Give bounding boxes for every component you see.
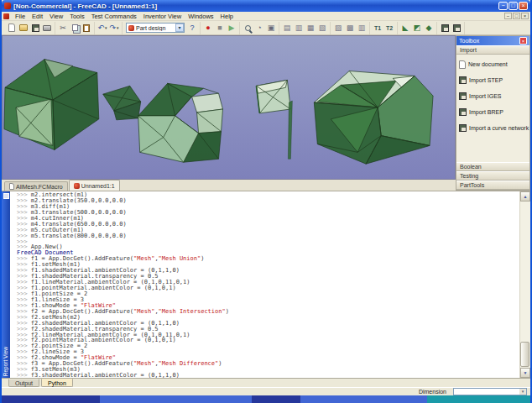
- view-right-button[interactable]: ▨: [332, 22, 344, 34]
- mdi-minimize-button[interactable]: −: [504, 13, 512, 19]
- toolbox-import-step[interactable]: Import STEP: [456, 72, 529, 88]
- close-button[interactable]: ×: [519, 2, 528, 10]
- report-view-dock-bar[interactable]: Report View: [2, 191, 10, 378]
- dropdown-arrow-icon[interactable]: ▾: [105, 25, 107, 30]
- save-icon: [32, 24, 39, 32]
- tab-python[interactable]: Python: [41, 379, 73, 387]
- mesh-object-4[interactable]: [256, 80, 292, 159]
- toolbox-import-step-label: Import STEP: [469, 77, 503, 83]
- scroll-up-icon[interactable]: ▲: [520, 191, 530, 202]
- tab-allmesh-macro[interactable]: AllMesh.FCMacro: [4, 181, 68, 191]
- mesh-object-1[interactable]: [4, 60, 99, 150]
- menu-tools[interactable]: Tools: [66, 13, 88, 20]
- toolbox-import-brep[interactable]: Import BREP: [456, 104, 529, 120]
- menu-edit[interactable]: Edit: [29, 13, 46, 20]
- view-fit-button[interactable]: ▤: [281, 22, 293, 34]
- status-bar: Dimension ▾: [2, 387, 530, 395]
- zoom-icon: [245, 25, 251, 31]
- tab-unnamed1[interactable]: Unnamed1:1: [69, 180, 120, 191]
- copy-button[interactable]: [69, 22, 81, 34]
- toolbox-section-import[interactable]: Import: [456, 45, 529, 55]
- macro-record-button[interactable]: ●: [202, 22, 214, 34]
- view-rear-button[interactable]: ▩: [344, 22, 356, 34]
- toolbox-section-parttools[interactable]: PartTools: [456, 181, 529, 190]
- scrollbar-thumb[interactable]: [520, 342, 529, 367]
- mesh-difference-button[interactable]: ◆: [423, 22, 435, 34]
- menu-test-commands[interactable]: Test Commands: [88, 13, 140, 20]
- dimension-input[interactable]: ▾: [453, 388, 527, 395]
- export-mesh-2-button[interactable]: [451, 22, 462, 34]
- taskbar-segment-1[interactable]: [2, 395, 100, 403]
- taskbar-segment-3[interactable]: [252, 395, 300, 403]
- toolbox-close-icon[interactable]: ×: [519, 37, 527, 44]
- viewport-scene: [3, 36, 455, 179]
- dimension-dropdown-icon[interactable]: ▾: [519, 389, 526, 395]
- draw-style-button[interactable]: ◔: [253, 22, 265, 34]
- toolbox-import-curve-network[interactable]: Import a curve network: [456, 120, 529, 136]
- macro-stop-button[interactable]: ■: [214, 22, 226, 34]
- tab-output[interactable]: Output: [8, 379, 39, 387]
- paste-button[interactable]: [81, 22, 92, 34]
- minimize-button[interactable]: −: [498, 2, 508, 10]
- taskbar-segment-5[interactable]: [427, 395, 530, 403]
- whatsthis-button[interactable]: ?: [186, 22, 198, 34]
- toolbox-section-testing[interactable]: Testing: [456, 171, 529, 181]
- toolbar-group-mesh-export: [437, 22, 465, 34]
- undo-button[interactable]: ↶▾: [96, 22, 108, 34]
- viewport-3d[interactable]: [2, 35, 456, 180]
- menu-inventor-view[interactable]: Inventor View: [140, 13, 185, 20]
- new-file-button[interactable]: [6, 22, 18, 34]
- test1-button[interactable]: T1: [372, 22, 383, 34]
- export-mesh-icon: [441, 24, 449, 32]
- console-scrollbar[interactable]: ▲ ▼: [519, 191, 530, 378]
- print-button[interactable]: [41, 22, 53, 34]
- scroll-down-icon[interactable]: ▼: [520, 368, 530, 378]
- menu-view[interactable]: View: [46, 13, 66, 20]
- menu-help[interactable]: Help: [217, 13, 237, 20]
- redo-button[interactable]: ↷▾: [108, 22, 120, 34]
- menu-windows[interactable]: Windows: [185, 13, 216, 20]
- view-top-button[interactable]: ▧: [316, 22, 328, 34]
- mesh-object-5[interactable]: [314, 71, 433, 165]
- dock-float-button[interactable]: [3, 193, 9, 199]
- menu-file[interactable]: File: [12, 13, 29, 20]
- floppy-icon: [459, 92, 467, 100]
- toolbar-groups: ✂↶▾↷▾Part design▾?●■▶◔▣▤▥▦▧▨▩▥T1T2◣◩◆: [4, 22, 465, 34]
- taskbar-segment-4[interactable]: [300, 395, 427, 403]
- zoom-button[interactable]: [242, 22, 253, 34]
- maximize-button[interactable]: □: [509, 2, 518, 10]
- toolbox-import-iges-label: Import IGES: [469, 93, 502, 99]
- toolbox-section-boolean[interactable]: Boolean: [456, 162, 529, 171]
- mesh-object-2[interactable]: [103, 86, 141, 120]
- workbench-select[interactable]: Part design▾: [126, 23, 185, 33]
- python-console[interactable]: >>> m2.intersect(m1)>>> m2.translate(350…: [10, 191, 519, 378]
- cut-button[interactable]: ✂: [57, 22, 69, 34]
- toolbar-group-view-tools: ◔▣: [240, 22, 279, 34]
- scene-button[interactable]: ▣: [265, 22, 277, 34]
- document-icon[interactable]: [3, 13, 9, 19]
- taskbar-segment-2[interactable]: [100, 395, 252, 403]
- toolbox-import-iges[interactable]: Import IGES: [456, 88, 529, 104]
- dropdown-arrow-icon[interactable]: ▾: [117, 25, 119, 30]
- view-front-button[interactable]: ▦: [305, 22, 316, 34]
- view-bottom-button[interactable]: ▥: [356, 22, 368, 34]
- mesh-object-3[interactable]: [138, 83, 223, 162]
- print-icon: [43, 25, 51, 31]
- mdi-close-button[interactable]: ×: [521, 13, 529, 19]
- dropdown-arrow-icon[interactable]: ▾: [175, 24, 184, 32]
- toolbox-new-document[interactable]: New document: [456, 56, 529, 72]
- export-mesh-button[interactable]: [439, 22, 451, 34]
- save-button[interactable]: [29, 22, 41, 34]
- view-axo-button[interactable]: ▥: [293, 22, 305, 34]
- tool-bar: ✂↶▾↷▾Part design▾?●■▶◔▣▤▥▦▧▨▩▥T1T2◣◩◆: [2, 21, 530, 35]
- mesh-union-button[interactable]: ◣: [399, 22, 411, 34]
- test2-button[interactable]: T2: [383, 22, 395, 34]
- open-file-button[interactable]: [18, 22, 29, 34]
- scrollbar-track[interactable]: [520, 202, 530, 368]
- mesh-intersection-button[interactable]: ◩: [411, 22, 423, 34]
- title-bar[interactable]: [Non-Commercial] - FreeCAD - [Unnamed1:1…: [2, 0, 530, 12]
- app-icon: [4, 3, 11, 9]
- macro-play-button[interactable]: ▶: [226, 22, 237, 34]
- toolbox-title-bar[interactable]: Toolbox ×: [456, 36, 529, 45]
- mdi-restore-button[interactable]: □: [513, 13, 520, 19]
